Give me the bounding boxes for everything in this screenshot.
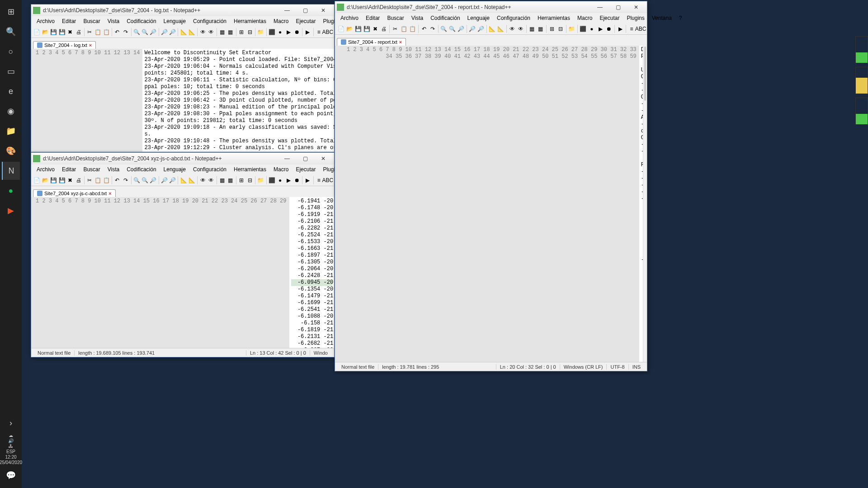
edge-icon[interactable]: e [2,82,20,100]
menu-item[interactable]: Ejecutar [596,14,623,22]
toolbar-button[interactable]: ✖ [66,176,74,185]
toolbar-button[interactable]: 💾 [50,28,57,37]
toolbar-button[interactable]: ✂ [85,28,93,37]
menu-item[interactable]: ? [675,14,686,22]
toolbar-button[interactable]: 🖨 [75,28,82,37]
toolbar-button[interactable]: ▦ [528,24,536,33]
toolbar-button[interactable]: ⏺ [293,176,301,185]
toolbar-button[interactable]: ≡ [315,28,322,37]
file-tab[interactable]: Site7_2004 xyz-js-c-abcd.txt × [33,189,116,197]
toolbar-button[interactable]: 🔍 [141,176,149,185]
toolbar-button[interactable]: ⊞ [238,28,245,37]
toolbar-button[interactable]: ▦ [226,28,234,37]
toolbar-button[interactable]: 👁 [508,24,516,33]
toolbar-button[interactable]: ▶ [284,176,292,185]
toolbar-button[interactable]: ≡ [315,176,322,185]
menu-item[interactable]: Buscar [80,165,104,174]
toolbar-button[interactable]: ▦ [226,176,234,185]
toolbar-button[interactable]: 📐 [488,24,496,33]
toolbar-button[interactable]: 📋 [400,24,408,33]
toolbar-button[interactable]: 🔍 [448,24,457,33]
menu-item[interactable]: Archivo [33,165,58,174]
toolbar-button[interactable]: 📂 [41,176,49,185]
toolbar-button[interactable]: 📂 [345,24,354,33]
menu-item[interactable]: Ejecutar [292,17,319,25]
file-tab[interactable]: Site7_2004 - log.txt × [33,41,96,49]
cortana-icon[interactable]: ○ [2,42,20,61]
toolbar-button[interactable]: ⊞ [548,24,556,33]
menu-item[interactable]: Configuración [189,165,230,174]
toolbar-button[interactable]: ▦ [218,176,226,185]
toolbar-button[interactable]: ↷ [122,176,129,185]
menu-item[interactable]: Vista [104,165,123,174]
toolbar-button[interactable]: ⊞ [238,176,245,185]
minimize-button[interactable]: — [278,154,296,164]
text-content[interactable]: Wellcome to Discontinuity Set Extractor … [142,49,334,152]
minimize-button[interactable]: — [591,2,609,12]
menu-item[interactable]: Editar [58,17,80,25]
titlebar[interactable]: d:\Users\Adri\Desktop\site7_dse\Site7_20… [31,5,334,16]
toolbar-button[interactable]: ↶ [420,24,428,33]
toolbar-button[interactable]: 💾 [363,24,371,33]
tab-close-icon[interactable]: × [89,42,92,48]
clock-time[interactable]: 12:20 [5,455,16,460]
terminal-icon[interactable]: ▶ [2,202,20,220]
toolbar-button[interactable]: 💾 [58,28,66,37]
file-tab[interactable]: Site7_2004 - report.txt × [337,38,406,46]
toolbar-button[interactable]: ▶ [616,24,624,33]
toolbar-button[interactable]: 👁 [199,176,207,185]
toolbar-button[interactable]: 🔎 [149,176,157,185]
toolbar-button[interactable]: 👁 [199,28,207,37]
toolbar-button[interactable]: 📐 [188,28,196,37]
taskview-icon[interactable]: ▭ [2,62,20,80]
toolbar-button[interactable]: ABC [636,24,645,33]
menu-item[interactable]: Configuración [493,14,534,22]
toolbar-button[interactable]: ▦ [218,28,226,37]
notifications-icon[interactable]: 💬 [2,466,20,484]
language-indicator[interactable]: ESP [6,449,15,455]
notepadpp-icon[interactable]: N [2,162,20,180]
editor[interactable]: 1 2 3 4 5 6 7 8 9 10 11 12 13 14 15 16 1… [335,46,647,362]
spotify-icon[interactable]: ● [2,182,20,200]
toolbar-button[interactable]: ⊟ [557,24,565,33]
toolbar-button[interactable]: 💾 [58,176,66,185]
paint-icon[interactable]: 🎨 [2,142,20,160]
toolbar-button[interactable]: 📂 [41,28,49,37]
menu-item[interactable]: Buscar [80,17,104,25]
menu-item[interactable]: Ejecutar [292,165,319,174]
toolbar-button[interactable]: ↷ [429,24,437,33]
editor[interactable]: 1 2 3 4 5 6 7 8 9 10 11 12 13 14 15 16 1… [31,197,334,348]
menu-item[interactable]: Vista [104,17,123,25]
toolbar-button[interactable]: 💾 [50,176,57,185]
menu-item[interactable]: Herramientas [230,17,270,25]
menu-item[interactable]: Macro [574,14,596,22]
menu-item[interactable]: Herramientas [534,14,574,22]
toolbar-button[interactable]: 📄 [33,28,41,37]
titlebar[interactable]: d:\Users\Adri\Desktop\site7_dse\Site7_20… [31,153,334,164]
toolbar-button[interactable]: 🔍 [132,176,140,185]
toolbar-button[interactable]: 👁 [207,28,215,37]
toolbar-button[interactable]: ✖ [371,24,379,33]
tray-volume-icon[interactable]: 🔊 [8,438,14,444]
clock-date[interactable]: 25/04/2020 [0,460,22,465]
toolbar-button[interactable]: 📐 [179,28,187,37]
close-button[interactable]: ✕ [314,154,332,164]
toolbar-button[interactable]: 🔎 [160,28,168,37]
toolbar-button[interactable]: 🔎 [149,28,157,37]
toolbar-button[interactable]: 📋 [409,24,417,33]
search-icon[interactable]: 🔍 [2,23,20,41]
menu-item[interactable]: Macro [270,165,292,174]
tab-close-icon[interactable]: × [399,39,402,45]
toolbar-button[interactable]: ↶ [113,176,121,185]
editor[interactable]: 1 2 3 4 5 6 7 8 9 10 11 12 13 14 Wellcom… [31,49,334,152]
toolbar-button[interactable]: 🔍 [141,28,149,37]
toolbar-button[interactable]: 🔎 [477,24,485,33]
toolbar-button[interactable]: ● [588,24,596,33]
text-content[interactable]: Discontinuity Set Extractor, 23-Apr-2020… [639,46,643,362]
toolbar-button[interactable]: 📄 [337,24,345,33]
titlebar[interactable]: d:\Users\Adri\Desktop\site7_dse\Site7_20… [335,1,647,13]
close-button[interactable]: ✕ [627,2,645,12]
toolbar-button[interactable]: ⏺ [605,24,613,33]
toolbar-button[interactable]: 🔎 [160,176,168,185]
vertical-scrollbar[interactable] [643,46,647,362]
